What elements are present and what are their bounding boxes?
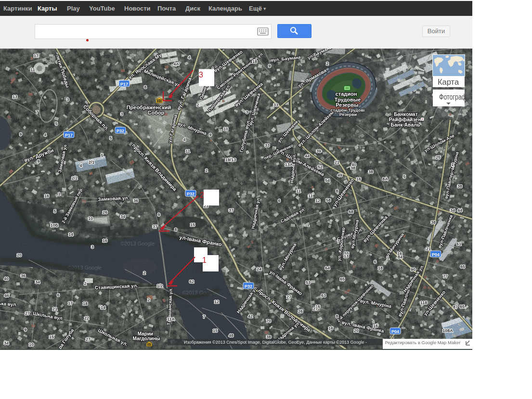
svg-text:13: 13 — [13, 94, 17, 99]
svg-text:4: 4 — [188, 55, 190, 60]
svg-text:15: 15 — [213, 328, 218, 333]
svg-text:1: 1 — [387, 256, 389, 260]
svg-text:21: 21 — [335, 160, 339, 165]
svg-text:49: 49 — [337, 173, 342, 178]
svg-text:39: 39 — [316, 149, 321, 154]
svg-text:Р32: Р32 — [187, 192, 195, 196]
svg-text:33: 33 — [265, 143, 270, 148]
svg-text:10Б: 10Б — [51, 223, 59, 228]
svg-text:2: 2 — [326, 61, 328, 66]
svg-text:17: 17 — [68, 301, 73, 306]
svg-text:62: 62 — [189, 279, 194, 284]
svg-text:8А: 8А — [382, 177, 388, 181]
svg-text:20: 20 — [17, 253, 22, 257]
svg-text:77: 77 — [443, 274, 448, 279]
svg-text:11: 11 — [308, 193, 313, 198]
svg-text:15: 15 — [49, 335, 54, 339]
svg-text:Изображения ©2013 Cnes/Spot Im: Изображения ©2013 Cnes/Spot Image, Digit… — [184, 340, 367, 345]
svg-text:10: 10 — [88, 216, 93, 221]
svg-text:12: 12 — [214, 299, 219, 304]
svg-text:53: 53 — [306, 280, 311, 285]
svg-text:16: 16 — [356, 177, 361, 181]
svg-text:90: 90 — [411, 267, 415, 272]
svg-text:48: 48 — [229, 333, 234, 338]
svg-text:8: 8 — [336, 189, 338, 193]
svg-text:стадион: стадион — [336, 91, 357, 97]
svg-text:2: 2 — [200, 191, 204, 199]
svg-text:16: 16 — [103, 238, 107, 243]
svg-text:Банк Аваль: Банк Аваль — [391, 122, 420, 128]
svg-text:11: 11 — [30, 67, 35, 72]
svg-text:61: 61 — [456, 242, 461, 246]
svg-text:8: 8 — [174, 227, 177, 232]
svg-text:84: 84 — [398, 255, 402, 259]
svg-text:5: 5 — [101, 153, 103, 158]
svg-text:11А: 11А — [167, 317, 175, 322]
svg-text:6: 6 — [57, 293, 59, 297]
svg-text:9: 9 — [268, 64, 271, 68]
svg-text:34: 34 — [120, 214, 125, 219]
svg-text:Фотограф: Фотограф — [439, 92, 467, 101]
svg-text:65: 65 — [460, 264, 465, 269]
svg-text:9: 9 — [19, 132, 22, 137]
svg-text:Магдолины: Магдолины — [132, 336, 160, 341]
svg-text:10: 10 — [223, 127, 228, 131]
svg-text:8: 8 — [336, 314, 338, 319]
svg-text:Р32: Р32 — [245, 284, 252, 289]
svg-text:2: 2 — [205, 168, 208, 173]
svg-text:27: 27 — [313, 307, 318, 311]
svg-text:3: 3 — [91, 245, 93, 249]
svg-text:2/1: 2/1 — [89, 160, 95, 165]
svg-text:37: 37 — [153, 224, 157, 229]
svg-text:Р17: Р17 — [65, 133, 73, 138]
svg-text:27: 27 — [286, 295, 291, 299]
svg-text:54: 54 — [325, 178, 330, 183]
svg-text:38: 38 — [368, 169, 373, 174]
svg-text:58: 58 — [326, 198, 331, 203]
svg-text:36: 36 — [133, 198, 138, 203]
svg-text:65: 65 — [460, 304, 465, 309]
svg-text:4: 4 — [44, 132, 46, 137]
svg-text:38: 38 — [431, 220, 436, 225]
svg-text:19/13: 19/13 — [225, 157, 236, 162]
svg-text:22: 22 — [84, 316, 89, 321]
svg-text:20: 20 — [354, 328, 359, 333]
svg-text:2: 2 — [84, 281, 86, 286]
svg-text:36: 36 — [21, 273, 26, 278]
svg-text:Резервы: Резервы — [336, 102, 359, 108]
svg-text:5: 5 — [55, 121, 57, 126]
svg-text:40: 40 — [4, 276, 9, 281]
svg-text:13: 13 — [344, 254, 349, 258]
svg-text:Собор: Собор — [148, 110, 165, 116]
svg-text:26: 26 — [298, 309, 303, 314]
svg-text:3: 3 — [66, 97, 69, 102]
svg-text:Р04: Р04 — [432, 252, 440, 257]
svg-text:18: 18 — [378, 266, 383, 270]
svg-text:3: 3 — [199, 71, 203, 79]
svg-text:10: 10 — [29, 342, 34, 347]
svg-text:14: 14 — [68, 232, 73, 237]
svg-text:Р04: Р04 — [391, 329, 399, 334]
svg-text:11: 11 — [185, 149, 190, 154]
svg-text:38: 38 — [457, 184, 462, 189]
svg-text:42: 42 — [248, 314, 253, 319]
svg-text:7: 7 — [36, 110, 38, 115]
svg-text:9: 9 — [209, 132, 211, 137]
svg-text:7: 7 — [337, 239, 339, 244]
svg-text:9: 9 — [24, 327, 26, 332]
svg-text:5: 5 — [53, 209, 56, 214]
svg-text:16: 16 — [44, 193, 49, 198]
svg-text:27: 27 — [25, 311, 30, 316]
svg-text:26: 26 — [103, 210, 107, 215]
svg-text:2: 2 — [147, 297, 150, 302]
svg-text:34: 34 — [450, 208, 455, 213]
svg-text:1: 1 — [451, 162, 454, 167]
svg-text:2/2: 2/2 — [72, 176, 78, 180]
svg-text:9: 9 — [157, 212, 160, 217]
svg-text:40: 40 — [351, 162, 356, 167]
svg-text:4: 4 — [183, 137, 185, 142]
svg-text:5: 5 — [109, 136, 112, 141]
svg-text:Р32: Р32 — [117, 129, 124, 133]
svg-text:65: 65 — [340, 277, 345, 282]
svg-text:16: 16 — [373, 323, 378, 328]
